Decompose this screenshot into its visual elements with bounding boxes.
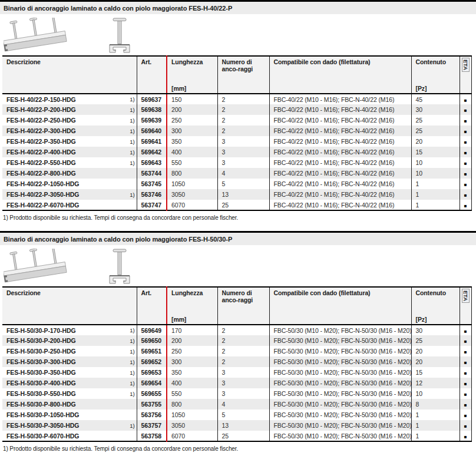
cell-compatibile: FBC-40/22 (M10 - M16); FBC-N-40/22 (M16) bbox=[269, 147, 411, 157]
cell-descrizione: FES-H-50/30-P-350-HDG bbox=[6, 369, 76, 376]
cell-descrizione: FES-H-50/30-P-550-HDG bbox=[6, 390, 76, 397]
table-row: FES-H-40/22-P-3050-HDG 1) 563746 3050 13… bbox=[2, 189, 471, 200]
cell-numero-ancoraggi: 25 bbox=[217, 200, 269, 210]
cell-descrizione: FES-H-40/22-P-300-HDG bbox=[6, 127, 76, 134]
table-row: FES-H-50/30-P-250-HDG 1) 569651 250 2 FB… bbox=[2, 346, 471, 356]
cell-compatibile: FBC-50/30 (M10 - M20); FBC-N-50/30 (M16 … bbox=[269, 399, 411, 410]
cell-footnote-ref: 1) bbox=[130, 391, 134, 397]
cell-contenuto: 25 bbox=[411, 115, 460, 126]
cell-compatibile: FBC-40/22 (M10 - M16); FBC-N-40/22 (M16) bbox=[269, 179, 411, 189]
product-images bbox=[0, 245, 476, 286]
cell-contenuto: 1 bbox=[411, 420, 460, 431]
cell-art: 563756 bbox=[137, 410, 167, 420]
cell-descrizione: FES-H-50/30-P-3050-HDG bbox=[6, 422, 79, 429]
cell-descrizione: FES-H-50/30-P-200-HDG bbox=[6, 337, 76, 344]
table-row: FES-H-40/22-P-1050-HDG 563745 1050 5 FBC… bbox=[2, 179, 471, 189]
cell-compatibile: FBC-50/30 (M10 - M20); FBC-N-50/30 (M16 … bbox=[269, 420, 411, 431]
cell-compatibile: FBC-50/30 (M10 - M20); FBC-N-50/30 (M16 … bbox=[269, 378, 411, 388]
product-section: Binario di ancoraggio laminato a caldo c… bbox=[0, 231, 476, 452]
cell-art: 569638 bbox=[137, 104, 167, 115]
table-row: FES-H-40/22-P-350-HDG 1) 569641 350 3 FB… bbox=[2, 136, 471, 147]
cell-descrizione: FES-H-40/22-P-350-HDG bbox=[6, 138, 76, 145]
col-header-eta: ETA bbox=[462, 58, 470, 72]
cell-numero-ancoraggi: 3 bbox=[217, 157, 269, 168]
cell-numero-ancoraggi: 4 bbox=[217, 399, 269, 410]
rail-perspective-image bbox=[4, 18, 73, 58]
table-row: FES-H-40/22-P-300-HDG 1) 569640 300 2 FB… bbox=[2, 126, 471, 136]
table-row: FES-H-50/30-P-3050-HDG 1) 563757 3050 13… bbox=[2, 420, 471, 431]
cell-lunghezza: 170 bbox=[167, 325, 217, 335]
cell-art: 569641 bbox=[137, 136, 167, 147]
cell-art: 563746 bbox=[137, 189, 167, 200]
cell-lunghezza: 250 bbox=[167, 115, 217, 126]
cell-compatibile: FBC-40/22 (M10 - M16); FBC-N-40/22 (M16) bbox=[269, 104, 411, 115]
cell-footnote-ref: 1) bbox=[130, 191, 134, 198]
cell-numero-ancoraggi: 2 bbox=[217, 115, 269, 126]
eta-square-icon: ■ bbox=[464, 203, 467, 209]
col-header-compatibile: Compatibile con dado (filettatura) bbox=[274, 58, 409, 65]
col-header-lunghezza: Lunghezza bbox=[171, 289, 215, 296]
cell-contenuto: 1 bbox=[411, 189, 460, 200]
table-row: FES-H-40/22-P-6070-HDG 563747 6070 25 FB… bbox=[2, 200, 471, 210]
cell-art: 569643 bbox=[137, 157, 167, 168]
section-title: Binario di ancoraggio laminato a caldo c… bbox=[4, 236, 472, 243]
cell-descrizione: FES-H-40/22-P-800-HDG bbox=[6, 170, 76, 177]
eta-square-icon: ■ bbox=[464, 329, 467, 334]
footnote: 1) Prodotto disponibile su richiesta. Te… bbox=[3, 445, 476, 452]
col-header-compatibile: Compatibile con dado (filettatura) bbox=[274, 289, 409, 296]
cell-art: 563747 bbox=[137, 200, 167, 210]
cell-contenuto: 1 bbox=[411, 410, 460, 420]
cell-art: 563757 bbox=[137, 420, 167, 431]
cell-footnote-ref: 1) bbox=[130, 359, 134, 365]
cell-compatibile: FBC-50/30 (M10 - M20); FBC-N-50/30 (M16 … bbox=[269, 346, 411, 356]
cell-descrizione: FES-H-40/22-P-200-HDG bbox=[6, 106, 76, 113]
cell-contenuto: 8 bbox=[411, 399, 460, 410]
cell-contenuto: 30 bbox=[411, 325, 460, 335]
cell-art: 563755 bbox=[137, 399, 167, 410]
table-header: Descrizione Art. Lunghezza[mm] Numero di… bbox=[2, 56, 471, 94]
cell-numero-ancoraggi: 25 bbox=[217, 431, 269, 441]
cell-compatibile: FBC-50/30 (M10 - M20); FBC-N-50/30 (M16 … bbox=[269, 367, 411, 378]
table-row: FES-H-50/30-P-200-HDG 1) 569650 200 2 FB… bbox=[2, 335, 471, 346]
col-header-art: Art. bbox=[141, 289, 164, 296]
cell-compatibile: FBC-50/30 (M10 - M20); FBC-N-50/30 (M16 … bbox=[269, 335, 411, 346]
rail-cross-section-image bbox=[106, 249, 133, 289]
eta-square-icon: ■ bbox=[464, 98, 467, 103]
table-row: FES-H-50/30-P-1050-HDG 563756 1050 5 FBC… bbox=[2, 410, 471, 420]
cell-contenuto: 15 bbox=[411, 367, 460, 378]
table-row: FES-H-50/30-P-800-HDG 563755 800 4 FBC-5… bbox=[2, 399, 471, 410]
cell-descrizione: FES-H-40/22-P-1050-HDG bbox=[6, 180, 79, 187]
cell-footnote-ref: 1) bbox=[130, 128, 134, 134]
eta-square-icon: ■ bbox=[464, 424, 467, 429]
cell-contenuto: 25 bbox=[411, 335, 460, 346]
table-row: FES-H-40/22-P-200-HDG 1) 569638 200 2 FB… bbox=[2, 104, 471, 115]
col-header-lunghezza: Lunghezza bbox=[171, 58, 215, 65]
table-row: FES-H-50/30-P-300-HDG 1) 569652 300 2 FB… bbox=[2, 356, 471, 367]
cell-art: 563758 bbox=[137, 431, 167, 441]
cell-contenuto: 20 bbox=[411, 136, 460, 147]
col-header-descrizione: Descrizione bbox=[6, 289, 134, 296]
cell-descrizione: FES-H-40/22-P-550-HDG bbox=[6, 159, 76, 166]
cell-compatibile: FBC-50/30 (M10 - M20); FBC-N-50/30 (M16 … bbox=[269, 325, 411, 335]
col-header-numero-ancoraggi: Numero di anco-raggi bbox=[222, 58, 267, 72]
cell-lunghezza: 550 bbox=[167, 388, 217, 399]
eta-square-icon: ■ bbox=[464, 161, 467, 166]
cell-footnote-ref: 1) bbox=[130, 96, 134, 103]
col-header-eta: ETA bbox=[462, 289, 470, 303]
cell-compatibile: FBC-50/30 (M10 - M20); FBC-N-50/30 (M16 … bbox=[269, 431, 411, 441]
cell-art: 569651 bbox=[137, 346, 167, 356]
cell-lunghezza: 400 bbox=[167, 147, 217, 157]
cell-footnote-ref: 1) bbox=[130, 117, 134, 124]
eta-square-icon: ■ bbox=[464, 381, 467, 387]
eta-square-icon: ■ bbox=[464, 402, 467, 408]
table-row: FES-H-40/22-P-550-HDG 1) 569643 550 3 FB… bbox=[2, 157, 471, 168]
cell-compatibile: FBC-40/22 (M10 - M16); FBC-N-40/22 (M16) bbox=[269, 189, 411, 200]
cell-contenuto: 30 bbox=[411, 104, 460, 115]
eta-square-icon: ■ bbox=[464, 349, 467, 355]
cell-numero-ancoraggi: 3 bbox=[217, 367, 269, 378]
col-unit-mm: [mm] bbox=[171, 316, 215, 323]
cell-footnote-ref: 1) bbox=[130, 380, 134, 387]
rail-cross-section-image bbox=[106, 18, 133, 58]
cell-footnote-ref: 1) bbox=[130, 327, 134, 333]
cell-numero-ancoraggi: 2 bbox=[217, 104, 269, 115]
